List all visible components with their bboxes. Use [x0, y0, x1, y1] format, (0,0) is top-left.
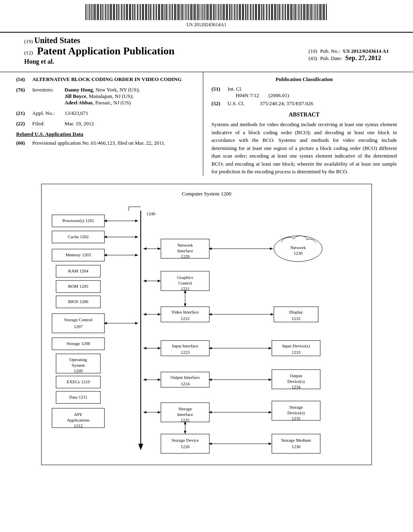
pub-date-value: Sep. 27, 2012: [345, 54, 381, 61]
svg-text:Input Interface: Input Interface: [172, 343, 198, 348]
diagram-container: Computer System 1200 Processor(s) 1201 C…: [41, 184, 372, 465]
svg-text:Output Interface: Output Interface: [171, 374, 200, 379]
svg-text:1222: 1222: [181, 316, 190, 320]
svg-rect-12: [52, 314, 104, 333]
svg-text:1232: 1232: [292, 316, 300, 320]
filed-field: (22) Filed: Mar. 19, 2012: [16, 121, 195, 127]
svg-text:EXECs 1210: EXECs 1210: [67, 379, 90, 384]
pub-number: US 20120243614A1: [0, 22, 413, 30]
svg-text:Memory 1203: Memory 1203: [66, 252, 91, 257]
country-num: (19) United States: [24, 36, 309, 45]
svg-text:Applications: Applications: [67, 417, 90, 422]
svg-text:Interface: Interface: [177, 248, 193, 253]
diagram-title: Computer System 1200: [48, 191, 365, 197]
pub-no-label: Pub. No.:: [320, 48, 340, 54]
pub-no-num: (10): [309, 48, 317, 54]
svg-text:1225: 1225: [181, 417, 190, 422]
svg-text:1226: 1226: [181, 444, 190, 449]
appl-field: (21) Appl. No.: 13/423,671: [16, 110, 195, 116]
pub-date-line: (43) Pub. Date: Sep. 27, 2012: [309, 54, 389, 62]
svg-text:1212: 1212: [74, 423, 83, 428]
svg-text:API/: API/: [74, 411, 83, 416]
svg-text:Cache 1202: Cache 1202: [68, 234, 89, 239]
abstract-section: ABSTRACT Systems and methods for video d…: [211, 112, 397, 176]
svg-text:Storage: Storage: [289, 404, 303, 409]
svg-text:System: System: [72, 362, 85, 367]
inventors-field: (76) Inventors: Danny Hong, New York, NY…: [16, 87, 195, 106]
svg-text:Network: Network: [290, 245, 306, 249]
pub-no-value: US 2012/0243614 A1: [343, 48, 389, 54]
svg-text:Data 1211: Data 1211: [69, 394, 87, 399]
two-col-section: (54) ALTERNATIVE BLOCK CODING ORDER IN V…: [0, 72, 413, 176]
computer-system-diagram: Processor(s) 1201 Cache 1202 Memory 1203…: [48, 203, 355, 457]
svg-text:1235: 1235: [292, 416, 301, 420]
country-label: United States: [34, 36, 80, 45]
svg-text:BIOS 1206: BIOS 1206: [68, 299, 88, 303]
svg-text:Video Interface: Video Interface: [171, 309, 199, 314]
svg-text:1236: 1236: [292, 444, 301, 449]
svg-text:Graphics: Graphics: [177, 274, 193, 279]
svg-text:Operating: Operating: [69, 357, 87, 362]
svg-text:1223: 1223: [181, 349, 190, 354]
title-field: (54) ALTERNATIVE BLOCK CODING ORDER IN V…: [16, 76, 195, 83]
svg-text:1209: 1209: [74, 368, 83, 373]
svg-text:ROM 1205: ROM 1205: [68, 283, 88, 288]
us-cl-row: (52) U.S. Cl. 375/240.24; 375/E07.026: [211, 100, 397, 107]
diagram-section: Computer System 1200 Processor(s) 1201 C…: [0, 176, 413, 473]
related-field: (60) Provisional application No. 61/466,…: [16, 140, 195, 146]
svg-text:1221: 1221: [181, 286, 190, 291]
svg-text:1220: 1220: [181, 254, 190, 258]
barcode-image: [86, 4, 327, 20]
svg-text:Display: Display: [289, 309, 303, 314]
header-section: (19) United States (12) Patent Applicati…: [0, 32, 413, 68]
svg-text:Storage Control: Storage Control: [64, 317, 92, 322]
svg-text:1234: 1234: [292, 384, 301, 389]
svg-text:Device(s): Device(s): [288, 378, 305, 384]
doc-type-num: (12): [24, 50, 33, 56]
doc-type: Patent Application Publication: [37, 45, 175, 57]
pub-date-num: (43): [309, 55, 317, 61]
svg-text:1233: 1233: [292, 349, 301, 354]
left-column: (54) ALTERNATIVE BLOCK CODING ORDER IN V…: [16, 72, 195, 176]
inventors-line: Hong et al.: [24, 57, 309, 68]
svg-text:Input Device(s): Input Device(s): [282, 343, 310, 348]
right-column: Publication Classification (51) Int. Cl.…: [203, 72, 397, 176]
svg-text:Interface: Interface: [177, 411, 193, 416]
pub-date-label: Pub. Date:: [320, 55, 342, 61]
barcode-area: US 20120243614A1: [0, 0, 413, 32]
int-cl-row: (51) Int. Cl. H04N 7/12 (2006.01): [211, 86, 397, 99]
svg-text:Storage Medium: Storage Medium: [281, 437, 311, 442]
svg-text:1224: 1224: [181, 381, 190, 386]
svg-text:Storage: Storage: [178, 406, 192, 411]
related-section: Related U.S. Application Data (60) Provi…: [16, 131, 195, 146]
svg-text:Storage 1208: Storage 1208: [67, 341, 90, 345]
svg-text:1230: 1230: [294, 250, 303, 255]
svg-text:1240: 1240: [146, 211, 156, 216]
svg-text:RAM 1204: RAM 1204: [68, 268, 88, 273]
svg-text:Output: Output: [290, 373, 302, 378]
svg-text:Network: Network: [177, 242, 193, 247]
pub-no-line: (10) Pub. No.: US 2012/0243614 A1: [309, 48, 389, 54]
svg-text:Storage Device: Storage Device: [171, 437, 199, 442]
svg-text:Device(s): Device(s): [288, 410, 305, 415]
svg-text:1207: 1207: [74, 324, 83, 328]
svg-text:Processor(s) 1201: Processor(s) 1201: [62, 218, 94, 223]
svg-text:Control: Control: [178, 280, 192, 285]
